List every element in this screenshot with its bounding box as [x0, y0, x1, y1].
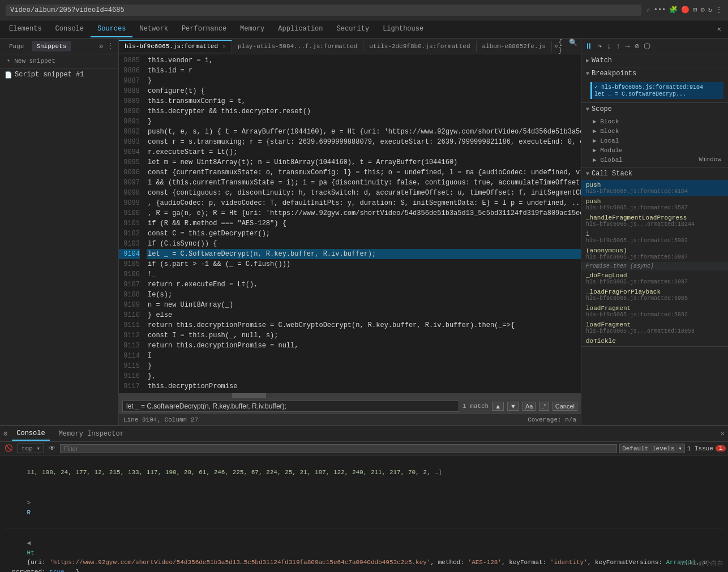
code-line-9893[interactable]: const r = s.transmuxing; r = {start: 263… — [147, 137, 581, 147]
tab-network[interactable]: Network — [132, 21, 174, 37]
dont-pause-icon[interactable]: ⬡ — [643, 40, 652, 52]
pause-icon[interactable]: ⏸ — [584, 41, 594, 52]
scope-section-header[interactable]: ▼ Scope — [581, 103, 728, 115]
code-line-9112[interactable]: const I = this.push(_, null, s); — [147, 330, 581, 341]
devtools-close-btn[interactable]: ✕ — [717, 25, 721, 33]
console-close-icon[interactable]: ✕ — [721, 429, 725, 438]
code-line-9094[interactable]: r.executeStart = Lt(); — [147, 147, 581, 157]
more-icon[interactable]: ••• — [654, 6, 666, 14]
code-line-9105[interactable]: if (s.part > -1 && (_ = C.flush())) — [147, 259, 581, 269]
scope-module[interactable]: ▶ Module — [590, 145, 723, 155]
code-line-9104[interactable]: let _ = C.SoftwareDecrypt(n, R.key.buffe… — [147, 249, 581, 259]
scope-local[interactable]: ▶ Local — [590, 136, 723, 145]
console-settings-icon[interactable]: ⚙ — [3, 429, 7, 438]
tab-sources[interactable]: Sources — [91, 21, 132, 37]
step-icon[interactable]: → — [624, 41, 631, 52]
console-line-ht[interactable]: ◀ Ht {uri: 'https://www.92gyw.com/shortV… — [5, 528, 723, 572]
code-line-9114[interactable]: I — [147, 351, 581, 361]
scope-global[interactable]: ▶ Global Window — [590, 155, 723, 165]
code-line-9096[interactable]: const {currentTransmuxState: o, transmux… — [147, 167, 581, 178]
code-line-9107[interactable]: return r.executeEnd = Lt(), — [147, 279, 581, 290]
tab-performance[interactable]: Performance — [175, 21, 233, 37]
code-line-9109[interactable]: n = new Uint8Array(_) — [147, 300, 581, 310]
code-line-9095[interactable]: let m = new Uint8Array(t); n = Uint8Arra… — [147, 157, 581, 167]
editor-tab-hls[interactable]: hls-bf9c6065.js:formatted ✕ — [119, 40, 232, 52]
call-stack-push-2[interactable]: push hls-bf9c6065.js:formatted:9587 — [581, 196, 728, 213]
call-stack-loadfrag-1[interactable]: _loadFragForPlayback hls-bf9c6065.js:for… — [581, 287, 728, 303]
editor-tab-album[interactable]: album-e88052fe.js — [477, 41, 552, 52]
code-line-9097[interactable]: i && (this.currentTransmuxState = i); i … — [147, 178, 581, 188]
add-snippet-button[interactable]: + New snippet — [5, 57, 58, 66]
more2-icon[interactable]: ⋮ — [716, 6, 722, 14]
code-line-9100[interactable]: , R = ga(n, e); R = Ht {uri: 'https://ww… — [147, 208, 581, 218]
code-line-9110[interactable]: } else — [147, 310, 581, 320]
code-line-9099[interactable]: , {audioCodec: p, videoCodec: T, default… — [147, 198, 581, 208]
code-line-9885[interactable]: this.vendor = i, — [147, 55, 581, 66]
tab-memory[interactable]: Memory — [233, 21, 271, 37]
breakpoint-item-1[interactable]: ✓ hls-bf9c6065.js:formatted:9104 let _ =… — [590, 82, 723, 99]
tab-application[interactable]: Application — [271, 21, 329, 37]
step-into-icon[interactable]: ↓ — [605, 41, 612, 52]
tab-lighthouse[interactable]: Lighthouse — [376, 21, 430, 37]
call-stack-handle[interactable]: _handleFragmentLoadProgress hls-bf9c6065… — [581, 213, 728, 229]
regex-button[interactable]: .* — [539, 402, 549, 411]
console-tab-memory[interactable]: Memory Inspector — [54, 428, 129, 440]
code-line-9886[interactable]: this.id = r — [147, 66, 581, 76]
editor-format-icon[interactable]: { } — [558, 38, 567, 54]
tab-console[interactable]: Console — [49, 21, 91, 37]
tab-security[interactable]: Security — [330, 21, 376, 37]
code-line-9102[interactable]: const C = this.getDecrypter(); — [147, 229, 581, 239]
console-ht-arrow[interactable]: ◀ — [27, 540, 31, 547]
step-over-icon[interactable]: ↷ — [596, 40, 603, 52]
console-issues[interactable]: 1 Issue 1 — [687, 445, 726, 452]
call-stack-push-1[interactable]: push hls-bf9c6065.js:formatted:9104 — [581, 180, 728, 196]
ext-icon[interactable]: 🧩 — [669, 6, 678, 14]
more-tabs-icon[interactable]: » — [554, 42, 558, 50]
call-stack-section-header[interactable]: ▼ Call Stack — [581, 167, 728, 180]
code-line-9106[interactable]: !_ — [147, 269, 581, 279]
code-line-9111[interactable]: return this.decryptionPromise = C.webCry… — [147, 320, 581, 330]
watch-section-header[interactable]: ▶ Watch — [581, 54, 728, 67]
search-cancel-button[interactable]: Cancel — [553, 402, 577, 411]
call-stack-dofragload[interactable]: _doFragLoad hls-bf9c6065.js:formatted:60… — [581, 270, 728, 287]
ext2-icon[interactable]: 🔴 — [681, 6, 690, 14]
console-eye-icon[interactable]: 👁 — [46, 443, 58, 454]
sidebar-tab-snippets[interactable]: Snippets — [32, 41, 71, 51]
deactivate-icon[interactable]: ⊘ — [633, 40, 640, 52]
sidebar-menu-icon[interactable]: ⋮ — [107, 42, 114, 50]
scope-block-1[interactable]: ▶ Block — [590, 117, 723, 126]
code-line-9108[interactable]: Ie(s); — [147, 290, 581, 300]
tab-elements[interactable]: Elements — [2, 21, 49, 37]
call-stack-i[interactable]: i hls-bf9c6065.js:formatted:5902 — [581, 229, 728, 246]
code-line-9892[interactable]: push(t, e, s, i) { t = ArrayBuffer(10441… — [147, 127, 581, 137]
console-tab-console[interactable]: Console — [12, 427, 49, 441]
console-levels-select[interactable]: Default levels ▾ — [619, 444, 685, 453]
console-filter-input[interactable] — [60, 444, 617, 453]
scope-block-2[interactable]: ▶ Block — [590, 126, 723, 136]
search-input[interactable] — [122, 401, 459, 412]
sidebar-tab-page[interactable]: Page — [5, 41, 28, 51]
call-stack-anon[interactable]: (anonymous) hls-bf9c6065.js:formatted:60… — [581, 246, 728, 262]
code-line-9116[interactable]: }, — [147, 371, 581, 381]
editor-search-icon[interactable]: 🔍 — [569, 38, 577, 54]
call-stack-loadfragment-1[interactable]: loadFragment hls-bf9c6065.js:formatted:5… — [581, 303, 728, 320]
code-line-9889[interactable]: this.transmuxConfig = t, — [147, 96, 581, 106]
grid-icon[interactable]: ⊞ — [693, 6, 697, 14]
horizontal-scrollbar[interactable] — [119, 393, 581, 398]
code-line-9103[interactable]: if (C.isSync()) { — [147, 239, 581, 249]
step-out-icon[interactable]: ↑ — [615, 41, 622, 52]
url-bar[interactable]: Video/album/205?videoId=4685 — [6, 5, 641, 16]
code-line-9115[interactable]: } — [147, 361, 581, 371]
code-line-9891[interactable]: } — [147, 117, 581, 127]
refresh-icon[interactable]: ↻ — [708, 6, 712, 14]
breakpoints-section-header[interactable]: ▼ Breakpoints — [581, 67, 728, 80]
console-top-btn[interactable]: top ▾ — [18, 444, 44, 453]
call-stack-loadfragment-2[interactable]: loadFragment hls-bf9c6065.js...ormatted:… — [581, 320, 728, 336]
code-line-9887[interactable]: } — [147, 76, 581, 86]
call-stack-dotickle[interactable]: doTickle — [581, 336, 728, 346]
editor-tab-hls-close[interactable]: ✕ — [222, 43, 226, 50]
code-line-9117[interactable]: this.decryptionPromise — [147, 381, 581, 392]
code-line-9098[interactable]: const {contiguous: c, discontinuity: h, … — [147, 188, 581, 198]
editor-tab-play[interactable]: play-utils-5084...f.js:formatted — [232, 41, 363, 52]
star-icon[interactable]: ☆ — [646, 6, 650, 14]
